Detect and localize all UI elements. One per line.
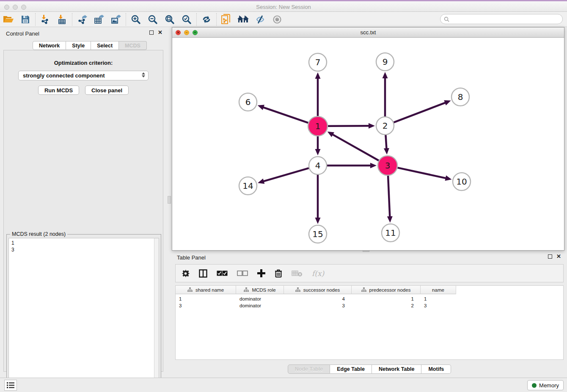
column-header-predecessor-nodes[interactable]: predecessor nodes — [352, 286, 421, 294]
dropdown-stepper-icon — [142, 72, 145, 77]
table-cell: 2 — [352, 302, 421, 309]
column-header-name[interactable]: name — [421, 286, 456, 294]
column-settings-icon[interactable] — [199, 269, 207, 278]
tab-network-table[interactable]: Network Table — [372, 364, 422, 374]
edge-1-2[interactable] — [328, 126, 370, 126]
arrowhead-icon — [315, 218, 321, 224]
table-cell: 4 — [284, 295, 352, 302]
network-canvas[interactable]: 7968124314101511 — [172, 38, 564, 250]
edge-2-8[interactable] — [394, 102, 446, 122]
close-panel-icon[interactable]: ✕ — [158, 30, 162, 35]
result-scrollbar[interactable] — [154, 238, 159, 390]
node-7[interactable]: 7 — [309, 53, 327, 71]
edge-3-1[interactable] — [332, 134, 379, 161]
table-row[interactable]: 3dominator323 — [176, 302, 563, 309]
column-header-successor-nodes[interactable]: successor nodes — [284, 286, 352, 294]
node-10[interactable]: 10 — [453, 173, 471, 190]
add-column-icon[interactable] — [257, 269, 265, 277]
svg-text:14: 14 — [242, 181, 253, 191]
float-panel-icon[interactable] — [149, 30, 154, 35]
control-panel-tabs: NetworkStyleSelectMCDS — [33, 41, 147, 50]
node-2[interactable]: 2 — [376, 117, 394, 135]
svg-text:10: 10 — [456, 177, 467, 187]
toolbar-separator — [196, 13, 197, 26]
tab-node-table[interactable]: Node Table — [288, 364, 330, 374]
edge-1-6[interactable] — [262, 107, 308, 123]
svg-text:1: 1 — [315, 121, 321, 131]
arrowhead-icon — [387, 216, 393, 223]
search-icon — [444, 17, 449, 22]
memory-button[interactable]: Memory — [527, 380, 564, 390]
edge-3-10[interactable] — [397, 168, 446, 178]
zoom-out-icon[interactable] — [144, 13, 161, 26]
hide-graphics-details-icon[interactable] — [252, 13, 269, 26]
show-graphics-details-icon — [269, 13, 286, 26]
export-network-icon[interactable] — [74, 13, 91, 26]
delete-column-icon[interactable] — [275, 269, 282, 278]
houses-icon[interactable] — [235, 13, 252, 26]
arrowhead-icon — [369, 123, 375, 129]
mcds-result-text[interactable]: 13 — [8, 238, 159, 390]
optimization-criterion-select[interactable]: strongly connected component — [18, 71, 149, 80]
node-15[interactable]: 15 — [309, 225, 327, 243]
open-folder-icon[interactable] — [0, 13, 17, 26]
table-options-gear-icon[interactable] — [182, 269, 190, 277]
float-table-panel-icon[interactable] — [548, 254, 552, 259]
zoom-fit-icon[interactable] — [161, 13, 178, 26]
tab-mcds[interactable]: MCDS — [119, 41, 147, 50]
network-window-titlebar: ✕ − + scc.txt — [172, 28, 564, 38]
tab-select[interactable]: Select — [91, 41, 119, 50]
node-table[interactable]: shared nameMCDS rolesuccessor nodesprede… — [175, 285, 564, 360]
mcds-tab-content: Optimization criterion: strongly connect… — [3, 50, 163, 372]
tab-edge-table[interactable]: Edge Table — [330, 364, 372, 374]
zoom-selected-icon[interactable] — [178, 13, 195, 26]
close-table-panel-icon[interactable]: ✕ — [556, 254, 561, 259]
tab-network[interactable]: Network — [33, 41, 66, 50]
export-image-icon[interactable] — [107, 13, 124, 26]
node-1[interactable]: 1 — [308, 116, 328, 136]
table-row[interactable]: 1dominator411 — [176, 295, 563, 302]
import-network-icon[interactable] — [37, 13, 54, 26]
search-input[interactable] — [449, 15, 562, 23]
apply-layout-icon[interactable] — [198, 13, 215, 26]
node-4[interactable]: 4 — [309, 157, 327, 174]
app-titlebar: Session: New Session — [0, 0, 567, 12]
clone-network-icon[interactable] — [218, 13, 235, 26]
table-cell: 3 — [284, 302, 352, 309]
control-panel-header: Control Panel ✕ — [0, 27, 167, 40]
zoom-in-icon[interactable] — [127, 13, 144, 26]
selected-criterion: strongly connected component — [23, 72, 105, 79]
column-header-mcds-role[interactable]: MCDS role — [236, 286, 284, 294]
vertical-splitter-handle[interactable] — [168, 196, 171, 204]
table-header-row: shared nameMCDS rolesuccessor nodesprede… — [176, 286, 563, 294]
table-cell: dominator — [236, 295, 284, 302]
toolbar-separator — [126, 13, 126, 26]
column-header-shared-name[interactable]: shared name — [176, 286, 236, 294]
export-table-icon[interactable] — [91, 13, 107, 26]
run-mcds-button[interactable]: Run MCDS — [38, 86, 79, 95]
edge-4-14[interactable] — [263, 168, 309, 182]
node-14[interactable]: 14 — [239, 177, 257, 195]
edge-3-11[interactable] — [388, 176, 390, 218]
node-9[interactable]: 9 — [376, 53, 394, 71]
edge-2-3[interactable] — [385, 135, 386, 149]
network-view-window: ✕ − + scc.txt 7968124314101511 — [172, 27, 564, 251]
tab-style[interactable]: Style — [66, 41, 91, 50]
tab-motifs[interactable]: Motifs — [421, 364, 451, 374]
select-all-columns-icon[interactable] — [217, 271, 228, 276]
control-panel: Control Panel ✕ NetworkStyleSelectMCDS O… — [0, 27, 167, 376]
node-8[interactable]: 8 — [451, 88, 469, 106]
node-3[interactable]: 3 — [378, 156, 397, 175]
node-6[interactable]: 6 — [239, 93, 257, 111]
arrowhead-icon — [383, 72, 388, 78]
unselect-all-columns-icon[interactable] — [237, 271, 248, 276]
search-field[interactable] — [440, 14, 563, 24]
close-panel-button[interactable]: Close panel — [85, 86, 129, 95]
save-icon[interactable] — [17, 13, 34, 26]
svg-text:9: 9 — [383, 57, 388, 67]
import-table-icon[interactable] — [54, 13, 71, 26]
node-11[interactable]: 11 — [382, 224, 399, 242]
show-panels-button[interactable] — [4, 380, 17, 391]
optimization-criterion-label: Optimization criterion: — [4, 60, 163, 66]
table-cell: 1 — [352, 295, 421, 302]
